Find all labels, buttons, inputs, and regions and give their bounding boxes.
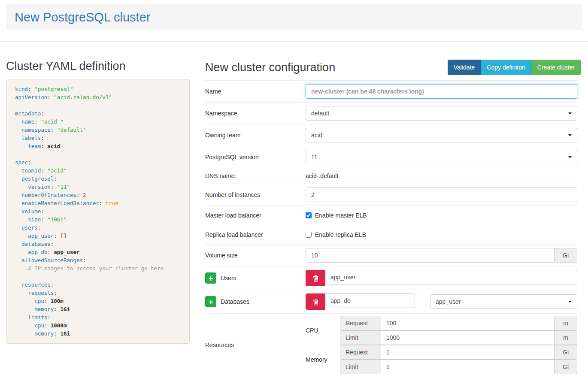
instances-label: Number of instances xyxy=(205,191,306,198)
row-dns-name: DNS name: acid-.default xyxy=(205,168,577,184)
yaml-panel: Cluster YAML definition kind: "postgresq… xyxy=(6,42,190,376)
cpu-limit-addon: Limit xyxy=(340,330,381,345)
memory-limit-group: Limit Gi xyxy=(340,360,577,374)
name-input[interactable] xyxy=(306,84,577,99)
row-name: Name xyxy=(205,81,577,103)
memory-limit-unit-addon: Gi xyxy=(555,360,577,374)
memory-request-addon: Request xyxy=(340,345,381,360)
config-panel-head: New cluster configuration Validate Copy … xyxy=(205,60,581,75)
add-database-button[interactable]: + xyxy=(205,296,216,307)
volume-size-input[interactable] xyxy=(306,248,555,263)
pg-version-select[interactable]: 11 xyxy=(306,150,577,164)
database-owner-select[interactable]: app_user xyxy=(430,294,577,309)
yaml-code: kind: "postgresql"apiVersion: "acid.zala… xyxy=(6,79,190,344)
owning-team-select[interactable]: acid xyxy=(306,128,577,142)
name-label: Name xyxy=(205,88,306,95)
row-volume-size: Volume size Gi xyxy=(205,245,577,266)
volume-size-label: Volume size xyxy=(205,252,306,259)
row-users: + Users xyxy=(205,266,577,290)
trash-icon xyxy=(312,298,319,305)
cpu-limit-group: Limit m xyxy=(340,330,577,345)
action-button-group: Validate Copy definiton Create cluster xyxy=(448,60,581,75)
row-master-lb: Master load balancer Enable master ELB xyxy=(205,206,577,225)
page-title: New PostgreSQL cluster xyxy=(15,10,150,24)
master-elb-checkbox-label: Enable master ELB xyxy=(315,212,367,219)
trash-icon xyxy=(312,275,319,282)
cpu-request-unit-addon: m xyxy=(555,316,577,330)
row-pg-version: PostgreSQL version 11 xyxy=(205,146,577,168)
master-lb-label: Master load balancer xyxy=(205,212,306,219)
main-content: Cluster YAML definition kind: "postgresq… xyxy=(0,42,588,376)
config-panel-heading: New cluster configuration xyxy=(205,61,335,74)
memory-resources: Memory Request Gi Limit Gi xyxy=(306,345,577,374)
volume-unit-addon: Gi xyxy=(555,248,577,263)
page-header: New PostgreSQL cluster xyxy=(6,4,582,30)
cluster-form: Name Namespace default xyxy=(205,80,577,376)
memory-limit-addon: Limit xyxy=(340,360,381,374)
row-replica-lb: Replica load balancer Enable replica ELB xyxy=(205,225,577,245)
replica-lb-label: Replica load balancer xyxy=(205,231,306,238)
yaml-panel-heading: Cluster YAML definition xyxy=(6,60,190,73)
create-cluster-button[interactable]: Create cluster xyxy=(531,60,581,75)
pg-version-label: PostgreSQL version xyxy=(205,154,306,160)
cpu-limit-unit-addon: m xyxy=(555,330,577,345)
config-panel: New cluster configuration Validate Copy … xyxy=(205,42,581,376)
replica-elb-checkbox[interactable] xyxy=(306,232,312,238)
memory-request-unit-addon: Gi xyxy=(555,345,577,360)
memory-request-input[interactable] xyxy=(381,345,555,360)
cpu-label: CPU xyxy=(306,327,340,334)
cpu-resources: CPU Request m Limit m xyxy=(306,316,577,345)
plus-icon: + xyxy=(208,298,213,306)
cpu-request-group: Request m xyxy=(340,316,577,330)
database-name-input[interactable] xyxy=(325,293,415,308)
plus-icon: + xyxy=(208,274,213,282)
row-namespace: Namespace default xyxy=(205,103,577,124)
validate-button[interactable]: Validate xyxy=(448,60,481,75)
users-label: Users xyxy=(221,275,236,281)
master-elb-checkbox[interactable] xyxy=(306,212,312,218)
copy-definition-button[interactable]: Copy definiton xyxy=(481,60,531,75)
cpu-limit-input[interactable] xyxy=(381,330,555,345)
memory-request-group: Request Gi xyxy=(340,345,577,360)
row-owning-team: Owning team acid xyxy=(205,124,577,146)
resources-label: Resources xyxy=(205,342,306,348)
replica-elb-checkbox-label: Enable replica ELB xyxy=(315,231,366,238)
delete-database-button[interactable] xyxy=(306,293,325,310)
add-user-button[interactable]: + xyxy=(205,272,216,284)
delete-user-button[interactable] xyxy=(306,270,325,286)
dns-name-label: DNS name: xyxy=(205,172,306,179)
owning-team-label: Owning team xyxy=(205,132,306,139)
cpu-request-addon: Request xyxy=(340,316,381,330)
databases-label: Databases xyxy=(221,298,249,305)
dns-name-value: acid-.default xyxy=(306,172,338,179)
row-resources: Resources CPU Request m Limit xyxy=(205,314,577,376)
row-databases: + Databases xyxy=(205,290,577,314)
instances-input[interactable] xyxy=(306,187,577,202)
namespace-select[interactable]: default xyxy=(306,106,577,121)
user-name-input[interactable] xyxy=(325,270,577,284)
cpu-request-input[interactable] xyxy=(381,316,555,330)
memory-limit-input[interactable] xyxy=(381,360,555,374)
namespace-label: Namespace xyxy=(205,110,306,117)
memory-label: Memory xyxy=(306,356,340,363)
row-instances: Number of instances xyxy=(205,184,577,206)
